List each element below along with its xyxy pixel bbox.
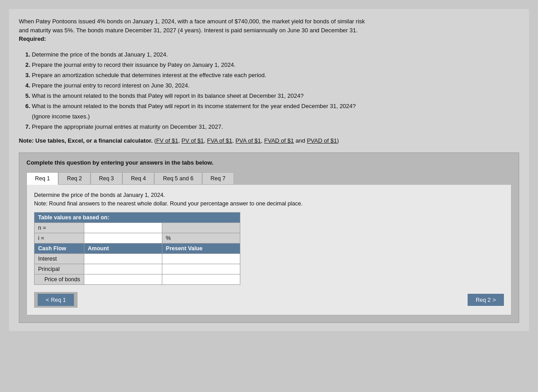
principal-label: Principal <box>35 264 84 274</box>
principal-pv-input[interactable] <box>166 266 236 272</box>
question-box: Complete this question by entering your … <box>19 152 519 323</box>
interest-row: Interest <box>35 254 240 264</box>
fv-link[interactable]: FV of $1 <box>156 137 178 144</box>
req-5: 5. What is the amount related to the bon… <box>19 91 519 101</box>
next-nav-area: Req 2 > <box>468 294 504 306</box>
intro-line1: When Patey Pontoons issued 4% bonds on J… <box>19 18 365 25</box>
tab-req2[interactable]: Req 2 <box>58 172 90 185</box>
n-input[interactable] <box>88 225 158 231</box>
i-row: i = % <box>35 233 240 244</box>
col-pv: Present Value <box>162 244 240 254</box>
req-3: 3. Prepare an amortization schedule that… <box>19 70 519 80</box>
price-amount-cell[interactable] <box>84 274 162 285</box>
note-line: Note: Use tables, Excel, or a financial … <box>19 136 519 145</box>
principal-row: Principal <box>35 264 240 274</box>
principal-pv-cell[interactable] <box>162 264 240 274</box>
n-input-cell[interactable] <box>84 223 162 233</box>
next-arrow: > <box>492 296 496 303</box>
principal-amount-input[interactable] <box>88 266 158 272</box>
interest-pv-input[interactable] <box>166 256 236 262</box>
req-7: 7. Prepare the appropriate journal entri… <box>19 122 519 132</box>
n-row: n = <box>35 223 240 233</box>
col-cashflow: Cash Flow <box>35 244 84 254</box>
i-label: i = <box>35 233 84 244</box>
next-label: Req 2 <box>476 297 490 303</box>
tab-req4[interactable]: Req 4 <box>122 172 154 185</box>
col-amount: Amount <box>84 244 162 254</box>
tab-desc-line1: Determine the price of the bonds at Janu… <box>34 192 165 198</box>
n-label: n = <box>35 223 84 233</box>
i-input[interactable] <box>88 235 158 241</box>
required-label: Required: <box>19 35 46 42</box>
intro-text: When Patey Pontoons issued 4% bonds on J… <box>19 17 519 44</box>
price-row: Price of bonds <box>35 274 240 285</box>
prev-arrow: < <box>46 296 49 303</box>
req-2: 2. Prepare the journal entry to record t… <box>19 60 519 70</box>
tab-content-req1: Determine the price of the bonds at Janu… <box>26 185 512 316</box>
tabs-row: Req 1 Req 2 Req 3 Req 4 Req 5 and 6 Req … <box>26 172 512 185</box>
req-6: 6. What is the amount related to the bon… <box>19 101 519 111</box>
i-input-cell[interactable] <box>84 233 162 244</box>
tab-req3[interactable]: Req 3 <box>91 172 122 185</box>
price-pv-cell[interactable] <box>162 274 240 285</box>
next-button[interactable]: Req 2 > <box>468 294 504 306</box>
tab-req7[interactable]: Req 7 <box>202 172 234 185</box>
table-header-label: Table values are based on: <box>35 213 240 223</box>
intro-line2: and maturity was 5%. The bonds mature De… <box>19 27 358 34</box>
req-4: 4. Prepare the journal entry to record i… <box>19 81 519 91</box>
pct-symbol: % <box>162 233 240 244</box>
column-headers-row: Cash Flow Amount Present Value <box>35 244 240 254</box>
prev-button[interactable]: < Req 1 <box>38 294 74 306</box>
interest-label: Interest <box>35 254 84 264</box>
fvad-link[interactable]: FVAD of $1 <box>264 137 294 144</box>
question-box-title: Complete this question by entering your … <box>26 159 512 166</box>
req-1: 1. Determine the price of the bonds at J… <box>19 50 519 60</box>
prev-nav-area: < Req 1 <box>34 292 78 308</box>
tab-req1[interactable]: Req 1 <box>26 172 58 185</box>
bottom-nav: < Req 1 Req 2 > <box>34 292 504 308</box>
main-content: When Patey Pontoons issued 4% bonds on J… <box>9 9 529 331</box>
tab-desc: Determine the price of the bonds at Janu… <box>34 191 504 208</box>
principal-amount-cell[interactable] <box>84 264 162 274</box>
req-6b: (Ignore income taxes.) <box>19 112 519 122</box>
requirements-list: 1. Determine the price of the bonds at J… <box>19 50 519 132</box>
fva-link[interactable]: FVA of $1 <box>207 137 232 144</box>
table-section: Table values are based on: n = i = % <box>34 212 504 285</box>
interest-amount-cell[interactable] <box>84 254 162 264</box>
prev-label: Req 1 <box>51 297 66 303</box>
price-amount-input[interactable] <box>88 276 158 283</box>
pvad-link[interactable]: PVAD of $1 <box>307 137 337 144</box>
pv-link[interactable]: PV of $1 <box>182 137 204 144</box>
tab-req5and6[interactable]: Req 5 and 6 <box>154 172 202 185</box>
interest-pv-cell[interactable] <box>162 254 240 264</box>
interest-amount-input[interactable] <box>88 256 158 262</box>
price-label: Price of bonds <box>35 274 84 285</box>
tab-desc-line2: Note: Round final answers to the nearest… <box>34 200 303 207</box>
n-empty <box>162 223 240 233</box>
price-pv-input[interactable] <box>166 276 236 283</box>
pva-link[interactable]: PVA of $1 <box>235 137 261 144</box>
values-table: Table values are based on: n = i = % <box>34 212 240 285</box>
